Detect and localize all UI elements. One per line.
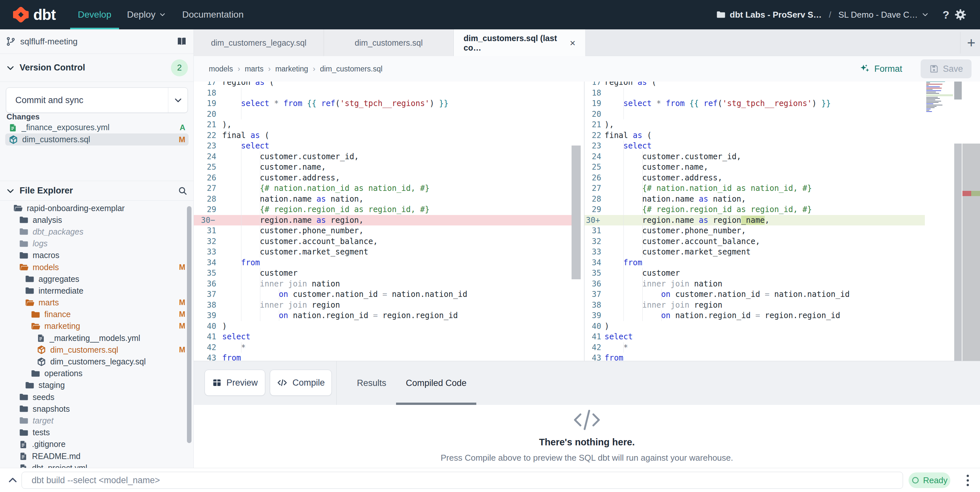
tree-folder-row[interactable]: dbt_packages [0,226,194,237]
line-number: 31 [194,225,221,236]
save-button[interactable]: Save [921,59,972,78]
changed-file-row[interactable]: _finance_exposures.ymlA [5,121,189,134]
results-tab-results[interactable]: Results [347,361,396,405]
code-line: 31 customer.phone_number, [585,225,925,236]
breadcrumb-item[interactable]: marts [245,65,264,73]
folder-icon [716,10,726,19]
results-panel: Preview Compile ResultsCompiled Code [194,361,980,468]
tree-item-label: finance [45,310,71,319]
chevron-down-icon [159,11,166,19]
folder-icon [19,227,29,237]
model-teal-icon [8,135,18,145]
left-editor-scrollbar[interactable] [571,145,581,279]
gear-icon[interactable] [954,8,967,21]
editor-pane-original[interactable]: 17region as (1819 select * from {{ ref('… [194,81,584,361]
tree-item-label: snapshots [33,404,70,414]
code-line: 37 on customer.nation_id = nation.nation… [585,289,925,300]
project-selector[interactable]: dbt Labs - ProServ S… [716,10,822,20]
tabbar-divider [960,32,961,54]
tree-folder-row[interactable]: analysis [0,214,194,226]
status-badge: Ready [908,473,950,488]
tree-folder-row[interactable]: macros [0,250,194,261]
version-control-header[interactable]: Version Control 2 [0,54,194,82]
tree-folder-row[interactable]: intermediate [0,285,194,296]
minimap-line [926,84,942,84]
breadcrumb-separator: › [268,64,271,73]
tree-folder-row[interactable]: modelsM [0,261,194,273]
line-number: 22 [194,130,221,141]
tree-folder-row[interactable]: martsM [0,297,194,309]
code-line: 32 customer.account_balance, [585,236,925,247]
tree-folder-row[interactable]: seeds [0,391,194,403]
nav-develop[interactable]: Develop [70,0,119,29]
tree-file-row[interactable]: _marketing__models.yml [0,332,194,344]
editor-tab[interactable]: dim_customers.sql (last co…× [454,29,585,56]
nav-documentation[interactable]: Documentation [174,0,251,29]
command-bar: Ready [0,468,980,492]
tree-folder-row[interactable]: snapshots [0,403,194,415]
minimap-line [926,103,933,104]
new-tab-button[interactable]: + [963,29,980,56]
commit-options-toggle[interactable] [168,88,188,113]
git-branch-icon [6,37,16,46]
code-line: 42 * [194,342,571,353]
tree-folder-row[interactable]: aggregates [0,273,194,285]
close-icon[interactable]: × [570,38,576,49]
dbt-logo-icon [13,6,29,23]
tree-folder-row[interactable]: marketingM [0,320,194,332]
folder-open-icon [19,262,29,272]
tree-folder-row[interactable]: operations [0,368,194,379]
tree-file-row[interactable]: .gitignore [0,438,194,450]
right-editor-scrollbar[interactable] [954,143,962,361]
line-number: 23 [585,141,603,151]
collapse-chevron-icon[interactable] [7,475,18,486]
preview-button[interactable]: Preview [205,369,265,396]
file-explorer-header[interactable]: File Explorer [0,181,194,201]
tree-folder-row[interactable]: rapid-onboarding-exemplar [0,202,194,214]
editor-tab[interactable]: dim_customers.sql [324,29,454,56]
code-line: 37 on customer.nation_id = nation.nation… [194,289,571,300]
tree-file-row[interactable]: dbt_project.yml [0,462,194,468]
editor-tab[interactable]: dim_customers_legacy.sql [194,29,324,56]
tree-file-row[interactable]: dim_customers.sqlM [0,344,194,356]
git-status-letter: M [179,263,185,272]
search-icon[interactable] [177,186,188,196]
tree-file-row[interactable]: README.md [0,450,194,462]
commit-and-sync-button[interactable]: Commit and sync [6,88,188,113]
help-icon[interactable]: ? [942,8,949,21]
command-input[interactable] [22,472,903,489]
minimap-line [926,88,942,88]
kebab-menu-icon[interactable] [961,472,974,489]
breadcrumb-item[interactable]: dim_customers.sql [320,65,383,73]
tree-folder-row[interactable]: logs [0,238,194,250]
tree-folder-row[interactable]: target [0,415,194,427]
sidebar-scrollbar[interactable] [187,206,191,443]
compile-button[interactable]: Compile [270,369,332,396]
results-tab-compiled-code[interactable]: Compiled Code [396,361,476,405]
minimap-line [926,100,935,100]
tree-item-label: .gitignore [32,439,65,449]
line-number: 17 [194,81,221,88]
tree-folder-row[interactable]: staging [0,379,194,391]
code-line: 35 customer [585,268,925,279]
changed-file-row[interactable]: dim_customers.sqlM [5,134,189,145]
tree-folder-row[interactable]: financeM [0,309,194,320]
docs-book-icon[interactable] [176,36,187,47]
chevron-down-icon [6,186,15,196]
model-icon [37,345,46,355]
minimap[interactable] [926,81,953,114]
code-line: 36 inner join nation [585,279,925,290]
format-button[interactable]: Format [859,63,902,74]
nav-deploy[interactable]: Deploy [119,0,174,29]
git-branch-row[interactable]: sqlfluff-meeting [0,29,194,54]
tree-file-row[interactable]: dim_customers_legacy.sql [0,356,194,367]
tree-folder-row[interactable]: tests [0,427,194,438]
breadcrumb-item[interactable]: marketing [275,65,308,73]
environment-selector[interactable]: SL Demo - Dave C… [838,10,929,20]
editor-pane-modified[interactable]: 17region as (1819 select * from {{ ref('… [585,81,980,361]
code-line: 40) [194,321,571,332]
dbt-logo[interactable]: dbt [13,6,56,24]
minimap-line [926,98,940,99]
minimap-slider[interactable] [954,81,962,100]
breadcrumb-item[interactable]: models [209,65,233,73]
